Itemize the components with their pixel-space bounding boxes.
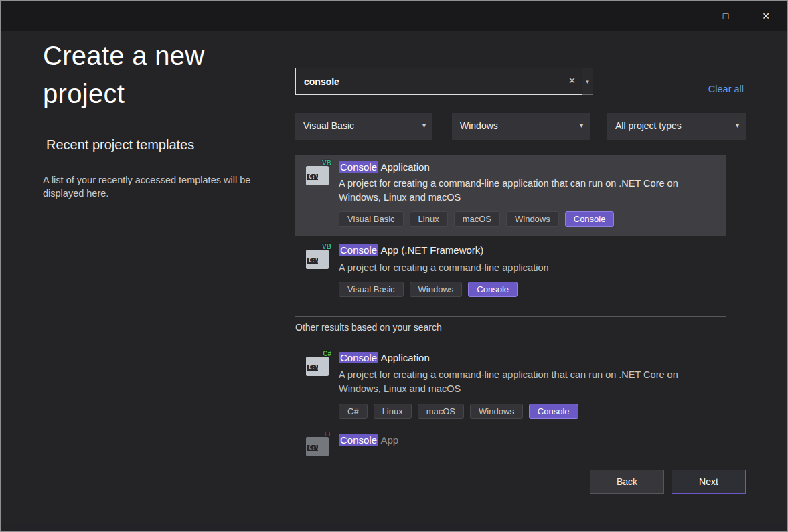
template-title: Console App (.NET Framework) bbox=[339, 244, 483, 256]
create-project-dialog: — □ ✕ Create a new project Recent projec… bbox=[0, 0, 788, 532]
recent-templates-header: Recent project templates bbox=[46, 137, 194, 153]
tag: Linux bbox=[374, 404, 412, 419]
tag: C# bbox=[339, 404, 368, 419]
template-description: A project for creating a command-line ap… bbox=[339, 261, 711, 275]
results-divider bbox=[295, 316, 726, 317]
chevron-down-icon: ▾ bbox=[422, 122, 426, 129]
language-filter-dropdown[interactable]: Visual Basic ▾ bbox=[295, 113, 432, 140]
vb-console-icon: C:\ VB bbox=[306, 161, 331, 185]
search-match-highlight: Console bbox=[339, 352, 378, 363]
template-description: A project for creating a command-line ap… bbox=[339, 368, 711, 396]
template-tags: Visual Basic Windows Console bbox=[339, 282, 518, 297]
template-item-console-application-vb[interactable]: C:\ VB Console Application A project for… bbox=[295, 155, 726, 236]
csharp-console-icon: C:\ C# bbox=[306, 351, 331, 376]
template-tags: C# Linux macOS Windows Console bbox=[339, 404, 578, 419]
template-title: Console Application bbox=[339, 352, 430, 363]
next-button[interactable]: Next bbox=[672, 470, 746, 494]
maximize-icon: □ bbox=[723, 11, 728, 21]
clear-all-link[interactable]: Clear all bbox=[708, 84, 744, 94]
template-description: A project for creating a command-line ap… bbox=[339, 177, 711, 205]
recent-templates-description: A list of your recently accessed templat… bbox=[43, 173, 276, 200]
template-title: Console App bbox=[339, 434, 398, 446]
tag: Visual Basic bbox=[339, 282, 404, 297]
window-bottom-edge bbox=[1, 523, 787, 531]
tag: Windows bbox=[410, 282, 463, 297]
minimize-button[interactable]: — bbox=[665, 1, 706, 31]
close-button[interactable]: ✕ bbox=[746, 1, 786, 31]
search-match-highlight: Console bbox=[339, 434, 378, 446]
tag-console-highlighted: Console bbox=[565, 211, 615, 227]
other-results-header: Other results based on your search bbox=[295, 322, 442, 333]
tag: Windows bbox=[506, 211, 559, 227]
search-box: ✕ bbox=[295, 68, 582, 95]
tag: macOS bbox=[454, 211, 500, 227]
minimize-icon: — bbox=[681, 9, 690, 19]
search-input[interactable] bbox=[296, 68, 582, 94]
tag: Windows bbox=[470, 404, 523, 419]
chevron-down-icon: ▾ bbox=[586, 78, 589, 85]
search-match-highlight: Console bbox=[339, 161, 378, 173]
close-icon: ✕ bbox=[762, 11, 770, 21]
tag: Linux bbox=[410, 211, 448, 227]
maximize-button[interactable]: □ bbox=[706, 1, 746, 31]
title-bar: — □ ✕ bbox=[1, 1, 787, 31]
chevron-down-icon: ▾ bbox=[736, 122, 739, 129]
back-button[interactable]: Back bbox=[590, 470, 664, 494]
search-clear-icon[interactable]: ✕ bbox=[568, 76, 576, 86]
vb-console-icon: C:\ VB bbox=[306, 244, 331, 269]
tag: Visual Basic bbox=[339, 211, 404, 227]
language-filter-value: Visual Basic bbox=[303, 120, 354, 131]
platform-filter-dropdown[interactable]: Windows ▾ bbox=[452, 113, 590, 140]
platform-filter-value: Windows bbox=[460, 120, 498, 131]
template-item-console-application-csharp[interactable]: C:\ C# Console Application A project for… bbox=[295, 345, 726, 426]
page-title: Create a new project bbox=[43, 37, 244, 113]
template-title: Console Application bbox=[339, 161, 430, 173]
tag: macOS bbox=[418, 404, 464, 419]
search-match-highlight: Console bbox=[339, 244, 378, 256]
cpp-console-icon: C:\ ++ bbox=[306, 432, 331, 456]
search-history-dropdown[interactable]: ▾ bbox=[582, 68, 593, 95]
project-type-filter-value: All project types bbox=[615, 120, 682, 131]
template-item-console-app-net-framework[interactable]: C:\ VB Console App (.NET Framework) A pr… bbox=[295, 236, 726, 310]
window-controls: — □ ✕ bbox=[665, 1, 786, 31]
tag-console-highlighted: Console bbox=[468, 282, 518, 297]
tag-console-highlighted: Console bbox=[529, 404, 578, 419]
chevron-down-icon: ▾ bbox=[580, 122, 583, 129]
project-type-filter-dropdown[interactable]: All project types ▾ bbox=[607, 113, 746, 140]
template-item-console-app-cpp[interactable]: C:\ ++ Console App bbox=[295, 430, 726, 457]
template-tags: Visual Basic Linux macOS Windows Console bbox=[339, 211, 614, 227]
